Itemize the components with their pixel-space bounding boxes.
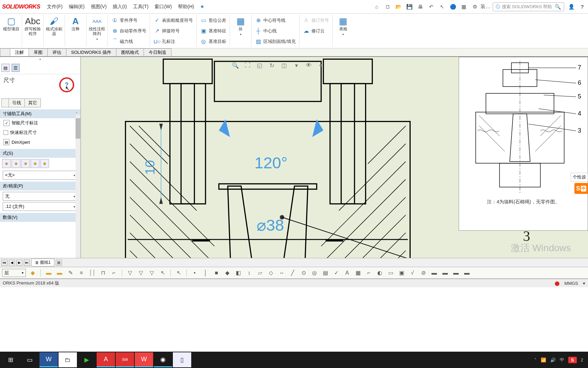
rtab-truncated[interactable] xyxy=(0,48,10,56)
rtab-annotation[interactable]: 注解 xyxy=(10,48,29,56)
display-style-icon[interactable]: ▾ xyxy=(292,61,301,70)
reference-image-panel[interactable]: 7 6 5 4 3 注：4为填料(石棉绳)，无零件图。 xyxy=(459,57,588,231)
zoom-prev-icon[interactable]: ◱ xyxy=(255,61,264,70)
recorder-icon[interactable]: ◉ xyxy=(154,352,172,367)
sheet-prev-icon[interactable]: ◀ xyxy=(9,260,15,266)
line-angle-icon[interactable]: ⌐ xyxy=(110,269,118,277)
line-color-icon[interactable]: ▬ xyxy=(45,269,53,277)
section-icon[interactable]: ◫ xyxy=(280,61,289,70)
open-icon[interactable]: 📂 xyxy=(395,3,402,11)
tables-button[interactable]: ▦表格▾ xyxy=(335,15,352,36)
help-button-highlighted[interactable]: ?↖ xyxy=(59,77,74,92)
axis-snap-icon[interactable]: ↕ xyxy=(245,269,253,277)
edge-snap-icon[interactable]: ╱ xyxy=(289,269,297,277)
hole-callout-button[interactable]: ⊔○孔标注 xyxy=(152,37,194,46)
area-hatch-button[interactable]: ▨区域剖面线/填充 xyxy=(254,37,297,46)
network-icon[interactable]: 📶 xyxy=(541,357,546,363)
note-snap-icon[interactable]: ▤ xyxy=(321,269,329,277)
rotate-icon[interactable]: ↻ xyxy=(267,61,276,70)
side-tab-tree[interactable]: ▤ xyxy=(1,64,10,72)
surf-snap-icon[interactable]: ✓ xyxy=(332,269,340,277)
precision-dropdown-1[interactable]: 无▾ xyxy=(3,192,78,201)
magnetic-line-button[interactable]: ⌒磁力线 xyxy=(110,37,148,46)
menu-view[interactable]: 视图(V) xyxy=(91,4,107,10)
style-star2-icon[interactable]: ★ xyxy=(12,159,20,168)
status-stop-icon[interactable]: ⬤ xyxy=(555,281,560,286)
body-snap-icon[interactable]: ◆ xyxy=(223,269,231,277)
tray-up-icon[interactable]: ˄ xyxy=(534,357,537,363)
solidworks-icon[interactable]: SW xyxy=(116,352,134,367)
precision-dropdown-2[interactable]: .12 (文件)▾ xyxy=(3,202,78,211)
revision-symbol-button[interactable]: A修订符号 xyxy=(301,16,330,25)
cursor-icon[interactable]: ↖ xyxy=(159,269,167,277)
a-snap-icon[interactable]: A xyxy=(343,269,351,277)
style-star4-icon[interactable]: ★ xyxy=(31,159,39,168)
scene-icon[interactable]: ● xyxy=(316,61,325,70)
status-more[interactable]: ▾ xyxy=(583,281,585,286)
add-sheet-icon[interactable]: ▨ xyxy=(56,260,62,266)
ime-popup[interactable]: 个性设 xyxy=(571,173,588,182)
sheet-last-icon[interactable]: ⏭ xyxy=(24,260,30,266)
datum-snap-icon[interactable]: ▣ xyxy=(397,269,406,277)
line-dash-icon[interactable]: ┊┊ xyxy=(88,269,96,277)
geometric-tolerance-button[interactable]: ▭形位公差 xyxy=(199,16,228,25)
sogou-ime-icon[interactable]: S 中 xyxy=(574,183,588,194)
line-end-icon[interactable]: ⊓ xyxy=(99,269,107,277)
sketch-snap-icon[interactable]: ◇ xyxy=(267,269,275,277)
panel-scrollbar[interactable] xyxy=(76,115,80,258)
filter2-icon[interactable]: ▽ xyxy=(137,269,145,277)
zoom-fit-icon[interactable]: 🔍 xyxy=(231,61,240,70)
assembly-extra[interactable]: 装… xyxy=(482,3,489,11)
weld-symbol-button[interactable]: ↗焊接符号 xyxy=(152,26,194,35)
menu-tools[interactable]: 工具(T) xyxy=(133,4,149,10)
rtab-sheetformat[interactable]: 图纸格式 xyxy=(116,48,144,56)
sub-tab-other[interactable]: 其它 xyxy=(24,98,41,107)
search-input[interactable]: ⓘ 搜索 SOLIDWORKS 帮助 🔍 xyxy=(493,2,564,11)
centerline-button[interactable]: ┼中心线 xyxy=(254,26,297,35)
center-mark-button[interactable]: ⊕中心符号线 xyxy=(254,16,297,25)
menu-insert[interactable]: 插入(I) xyxy=(113,4,127,10)
sub-tab-pre[interactable] xyxy=(1,98,9,107)
home-icon[interactable]: ⌂ xyxy=(373,3,380,11)
ime-lang-icon[interactable]: 中 xyxy=(560,357,564,363)
datum-feature-button[interactable]: ▣基准特征 xyxy=(199,26,228,35)
layer-dropdown[interactable]: 层▾ xyxy=(2,269,26,277)
menu-edit[interactable]: 编辑(E) xyxy=(69,4,85,10)
line-snap-icon[interactable]: │ xyxy=(201,269,210,277)
more4-icon[interactable]: ▬ xyxy=(463,269,471,277)
gtol-snap-icon[interactable]: ▭ xyxy=(387,269,395,277)
side-tab-props[interactable]: ☰ xyxy=(12,64,20,72)
ref-snap-icon[interactable]: ◎ xyxy=(310,269,318,277)
media-player-icon[interactable]: ▶ xyxy=(78,352,96,367)
vertex-snap-icon[interactable]: ⊙ xyxy=(299,269,308,277)
section-style[interactable]: 式(S)˄ xyxy=(0,149,80,158)
options-icon[interactable]: ▦ xyxy=(460,3,468,11)
filter3-icon[interactable]: ▽ xyxy=(148,269,156,277)
menu-file[interactable]: 文件(F) xyxy=(47,4,63,10)
style-star1-icon[interactable]: ★ xyxy=(2,159,11,168)
spellcheck-button[interactable]: Abc拼写检验程序 xyxy=(24,15,41,36)
style-star3-icon[interactable]: ★ xyxy=(21,159,30,168)
layer-props-icon[interactable]: ◆ xyxy=(29,269,37,277)
clock-text[interactable]: 2 xyxy=(581,357,583,363)
section-dim-tools[interactable]: 寸辅助工具(M)˄ xyxy=(0,109,80,118)
rapid-dimension-item[interactable]: 快速标注尺寸 xyxy=(0,128,80,137)
new-icon[interactable]: 🗋 xyxy=(384,3,391,11)
help-icon[interactable]: ? xyxy=(578,3,586,11)
word-icon[interactable]: W xyxy=(39,352,58,367)
status-units[interactable]: MMGS xyxy=(565,281,578,286)
print-icon[interactable]: 🖶 xyxy=(416,3,424,11)
revision-cloud-button[interactable]: ☁修订云 xyxy=(301,26,330,35)
menu-star-icon[interactable]: ★ xyxy=(200,4,205,10)
menu-help[interactable]: 帮助(H) xyxy=(178,4,194,10)
smart-dimension-item[interactable]: ✓智能尺寸标注 xyxy=(0,118,80,128)
menu-window[interactable]: 窗口(W) xyxy=(154,4,172,10)
point-snap-icon[interactable]: • xyxy=(191,269,199,277)
hide-show-icon[interactable]: 👁 xyxy=(304,61,313,70)
block-snap-icon[interactable]: ▦ xyxy=(354,269,362,277)
select-icon[interactable]: ↖ xyxy=(438,3,446,11)
notepad-icon[interactable]: ▯ xyxy=(173,352,191,367)
balloon-button[interactable]: ①零件序号 xyxy=(110,16,148,25)
sogou-tray-icon[interactable]: S xyxy=(568,357,577,363)
select-arrow-icon[interactable]: ↖ xyxy=(175,269,183,277)
